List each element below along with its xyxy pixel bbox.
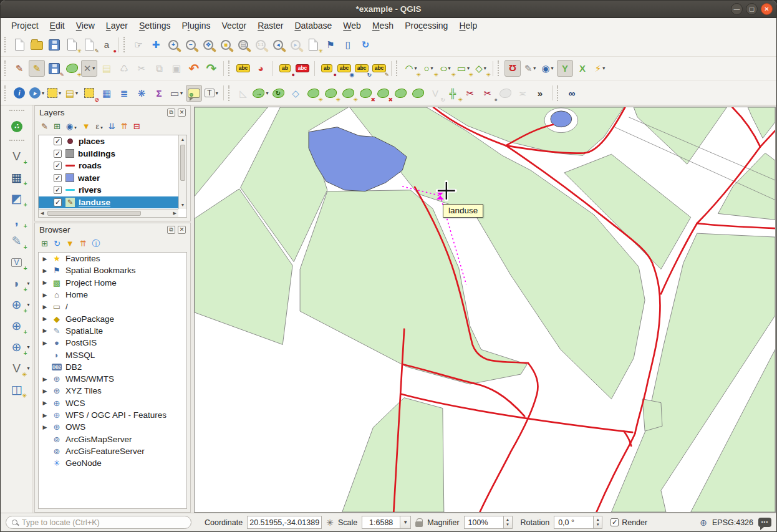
scroll-left-icon[interactable]: ◀ (41, 211, 44, 216)
trim-extend-feature-button[interactable]: ╬✳ (445, 85, 461, 102)
layer-diagram-options-button[interactable]: ◕ (253, 60, 269, 77)
float-panel-icon[interactable]: ⧉ (167, 109, 175, 117)
browser-item-arcgisfeatureserver[interactable]: ⊚ArcGisFeatureServer (39, 445, 186, 457)
layers-vertical-scrollbar[interactable]: ▲ ▼ (178, 135, 186, 209)
locate-input[interactable] (22, 518, 185, 527)
add-postgis-layer-dropdown-icon[interactable]: ▾ (27, 281, 29, 286)
delete-ring-button[interactable]: ✖ (357, 85, 374, 102)
refresh-map-button[interactable]: ↻ (357, 36, 374, 53)
add-spatialite-layer-button[interactable]: ✎+ (5, 231, 29, 251)
toolbar-drag-handle[interactable] (4, 37, 8, 52)
browser-item-project-home[interactable]: ▶▩Project Home (39, 277, 186, 289)
digitize-circle-dropdown-icon[interactable]: ▾ (431, 65, 433, 71)
add-polygon-feature-button[interactable]: ✳ (64, 60, 80, 77)
collapse-all-browser-button[interactable]: ⇈ (80, 239, 87, 248)
magnifier-spinner[interactable]: ▲▼ (504, 516, 513, 529)
layer-row-roads[interactable]: ✓roads (39, 160, 186, 172)
layer-row-buildings[interactable]: ✓buildings (39, 148, 186, 160)
add-raster-layer-button[interactable]: ▦+ (5, 168, 29, 187)
titlebar[interactable]: *example - QGIS — ▢ ✕ (1, 1, 776, 18)
new-project-button[interactable] (11, 36, 27, 53)
deselect-features-button[interactable]: ⊘ (81, 85, 97, 102)
toolbar-drag-handle[interactable] (9, 140, 24, 144)
filter-legend-button[interactable]: ▼ (82, 122, 90, 130)
menu-web[interactable]: Web (337, 19, 367, 32)
identify-features-button[interactable]: i (11, 85, 27, 102)
layer-visibility-checkbox[interactable]: ✓ (54, 162, 62, 170)
move-feature-dropdown-icon[interactable]: ▾ (266, 90, 268, 96)
digitize-regular-polygon-button[interactable]: ◇✳▾ (473, 60, 489, 77)
undo-button[interactable]: ↶ (186, 60, 202, 77)
zoom-to-selection-button[interactable]: ■ (218, 36, 234, 53)
open-attribute-table-button[interactable]: ▦ (99, 85, 115, 102)
zoom-out-button[interactable]: − (183, 36, 199, 53)
maximize-button[interactable]: ▢ (746, 3, 758, 15)
toolbar-drag-handle[interactable] (228, 85, 232, 101)
zoom-to-layer-button[interactable]: ▤ (235, 36, 251, 53)
menu-plugins[interactable]: Plugins (176, 19, 216, 32)
text-annotation-button[interactable]: T▾ (203, 85, 220, 102)
render-checkbox[interactable]: ✓ (610, 518, 619, 526)
open-project-button[interactable] (29, 36, 45, 53)
map-canvas[interactable]: landuse (194, 107, 776, 513)
close-button[interactable]: ✕ (761, 3, 773, 15)
select-by-value-dropdown-icon[interactable]: ▾ (75, 90, 78, 96)
layer-visibility-checkbox[interactable]: ✓ (54, 150, 62, 158)
remove-layer-button[interactable]: ⊟ (133, 122, 140, 130)
digitize-ellipse-dropdown-icon[interactable]: ▾ (448, 65, 451, 71)
add-wfs-layer-dropdown-icon[interactable]: ▾ (27, 344, 29, 350)
browser-item-ows[interactable]: ▶⊕OWS (39, 421, 186, 433)
expand-arrow-icon[interactable]: ▶ (42, 292, 48, 298)
zoom-in-button[interactable]: + (165, 36, 181, 53)
browser-item-geonode[interactable]: ✳GeoNode (39, 457, 186, 469)
snapping-options-dropdown-icon[interactable]: ▾ (533, 65, 536, 71)
enable-snapping-button[interactable]: Ω (504, 60, 521, 77)
menu-help[interactable]: Help (453, 19, 483, 32)
browser-item-geopackage[interactable]: ▶◆GeoPackage (39, 312, 186, 324)
expand-arrow-icon[interactable]: ▶ (42, 316, 48, 322)
snapping-on-intersection-button[interactable]: X (574, 60, 591, 77)
expand-arrow-icon[interactable]: ▶ (42, 327, 48, 334)
layer-row-landuse[interactable]: ✓✎landuse (39, 196, 186, 209)
new-shapefile-layer-dropdown-icon[interactable]: ▾ (27, 365, 29, 371)
toolbar-drag-handle[interactable] (498, 60, 501, 76)
new-print-layout-button[interactable]: ✳ (64, 36, 80, 53)
rotate-label-button[interactable]: abc↻ (354, 60, 370, 77)
expand-arrow-icon[interactable]: ▶ (42, 424, 48, 430)
browser-item-mssql[interactable]: ◗MSSQL (39, 349, 186, 360)
close-panel-icon[interactable]: ✕ (178, 109, 186, 117)
browser-item-favorites[interactable]: ▶★Favorites (39, 253, 186, 264)
add-wcs-layer-button[interactable]: ⊕+ (5, 316, 29, 336)
scale-dropdown-icon[interactable]: ▼ (400, 516, 411, 529)
toolbar-drag-handle[interactable] (4, 60, 8, 76)
add-wms-wmts-layer-dropdown-icon[interactable]: ▾ (27, 302, 29, 307)
digitize-ellipse-button[interactable]: ○✳▾ (438, 60, 454, 77)
expand-arrow-icon[interactable]: ▶ (42, 412, 48, 418)
add-virtual-layer-button[interactable]: V+ (5, 253, 29, 272)
toolbar-drag-handle[interactable] (396, 60, 400, 76)
enable-tracing-dropdown-icon[interactable]: ▾ (602, 65, 605, 71)
redo-button[interactable]: ↷ (203, 60, 220, 77)
expand-arrow-icon[interactable]: ▶ (42, 340, 48, 346)
layer-visibility-checkbox[interactable]: ✓ (54, 186, 62, 194)
digitize-rectangle-button[interactable]: ▭✳▾ (455, 60, 471, 77)
browser-item-home[interactable]: ▶⌂Home (39, 289, 186, 301)
new-map-view-button[interactable]: ✳ (305, 36, 321, 53)
filter-by-expression-dropdown-icon[interactable]: ▾ (100, 125, 103, 130)
magnifier-value[interactable]: 100% (464, 516, 504, 529)
enable-tracing-button[interactable]: ⚡▾ (592, 60, 608, 77)
run-feature-action-button[interactable]: ▸▾ (29, 85, 45, 102)
add-vector-layer-button[interactable]: V+ (5, 147, 29, 166)
toolbar-drag-handle[interactable] (557, 85, 561, 101)
expand-arrow-icon[interactable]: ▶ (42, 256, 48, 262)
metasearch-button[interactable]: ∞ (564, 85, 580, 102)
browser-item-postgis[interactable]: ▶●PostGIS (39, 337, 186, 349)
filter-browser-button[interactable]: ▼ (66, 239, 74, 248)
expand-arrow-icon[interactable]: ▶ (42, 388, 48, 394)
menu-edit[interactable]: Edit (44, 19, 70, 32)
menu-database[interactable]: Database (289, 19, 337, 32)
browser-item-arcgismapserver[interactable]: ⊚ArcGisMapServer (39, 433, 186, 445)
locator-bar[interactable] (6, 516, 191, 529)
pan-map-button[interactable]: ☞ (130, 36, 147, 53)
toolbar-overflow-button[interactable]: » (532, 85, 548, 102)
